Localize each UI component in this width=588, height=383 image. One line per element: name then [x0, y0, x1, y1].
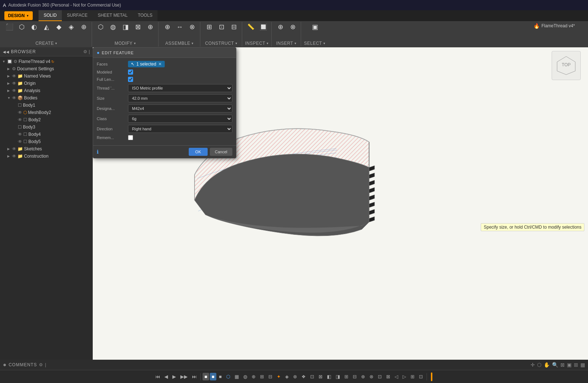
fulllength-checkbox[interactable] [128, 77, 133, 82]
modify-shell[interactable]: ⊠ [132, 23, 144, 31]
tab-tools[interactable]: TOOLS [133, 10, 157, 21]
timeline-feature-9[interactable]: ⊟ [267, 373, 274, 380]
create-rib[interactable]: ◈ [65, 23, 77, 31]
cancel-button[interactable]: Cancel [210, 148, 232, 156]
dialog-help-icon[interactable]: ℹ [97, 149, 99, 155]
tree-sketches[interactable]: ▶ 👁 📁 Sketches [0, 145, 93, 153]
faces-chip[interactable]: ↖ 1 selected ✕ [128, 61, 165, 67]
comments-collapse-icon[interactable]: | [45, 362, 47, 367]
design-dropdown[interactable]: DESIGN ▼ [4, 11, 33, 20]
tree-body5[interactable]: ▶ 👁 ☐ Body5 [0, 138, 93, 145]
timeline-end[interactable]: ⏭ [190, 373, 199, 380]
timeline-feature-14[interactable]: ⊡ [308, 373, 316, 380]
modify-fillet[interactable]: ◍ [107, 23, 119, 31]
statusbar-pan-icon[interactable]: ✋ [544, 362, 550, 368]
browser-collapse-icon[interactable]: | [89, 49, 90, 54]
create-more[interactable]: ⊕ [78, 23, 89, 31]
timeline-prev[interactable]: ◀ [163, 373, 170, 380]
modify-press-pull[interactable]: ⬡ [95, 23, 107, 31]
statusbar-zoom-icon[interactable]: 🔍 [552, 362, 558, 368]
timeline-feature-15[interactable]: ⊠ [317, 373, 324, 380]
construct-offset-plane[interactable]: ⊞ [203, 23, 215, 31]
nav-cube[interactable]: TOP [552, 51, 581, 80]
assemble-joint[interactable]: ↔ [174, 23, 185, 31]
tree-named-views[interactable]: ▶ 👁 📁 Named Views [0, 72, 93, 80]
tree-root[interactable]: ▼ 🔲 ⚙ FlameThread v4 ↻ [0, 58, 93, 65]
tree-analysis[interactable]: ▶ 👁 📁 Analysis [0, 87, 93, 94]
timeline-feature-24[interactable]: ◁ [393, 373, 400, 380]
statusbar-display-icon[interactable]: ▣ [567, 362, 572, 368]
create-sweep[interactable]: ◭ [41, 23, 52, 31]
timeline-feature-7[interactable]: ⊕ [250, 373, 257, 380]
insert-insert[interactable]: ⊕ [275, 23, 286, 31]
assemble-rigid[interactable]: ⊗ [186, 23, 198, 31]
designation-select[interactable]: M42x4 [128, 104, 232, 112]
construct-axis[interactable]: ⊟ [228, 23, 240, 31]
timeline-start[interactable]: ⏮ [153, 373, 162, 380]
construct-tangent-plane[interactable]: ⊡ [216, 23, 227, 31]
timeline-feature-1[interactable]: ■ [203, 373, 209, 380]
timeline-feature-10[interactable]: ✦ [275, 373, 283, 380]
timeline-feature-12[interactable]: ⊗ [291, 373, 299, 380]
create-loft[interactable]: ◆ [53, 23, 65, 31]
timeline-feature-19[interactable]: ⊟ [351, 373, 359, 380]
timeline-feature-27[interactable]: ⊡ [417, 373, 425, 380]
select-tool[interactable]: ▣ [309, 23, 321, 31]
timeline-feature-17[interactable]: ◨ [334, 373, 342, 380]
chip-close-icon[interactable]: ✕ [158, 62, 162, 67]
direction-select[interactable]: Right hand [128, 125, 232, 133]
timeline-feature-5[interactable]: ▦ [233, 373, 241, 380]
create-extrude[interactable]: ⬡ [16, 23, 28, 31]
timeline-play[interactable]: ▶ [171, 373, 178, 380]
threadtype-select[interactable]: ISO Metric profile [128, 84, 232, 92]
statusbar-move-icon[interactable]: ✛ [531, 362, 535, 368]
modeled-checkbox[interactable] [128, 70, 133, 75]
assemble-new[interactable]: ⊕ [161, 23, 173, 31]
timeline-feature-18[interactable]: ⊞ [343, 373, 350, 380]
timeline-feature-2[interactable]: ■ [210, 373, 216, 380]
tab-sheetmetal[interactable]: SHEET METAL [93, 10, 133, 21]
create-new-component[interactable]: ⬛ [4, 23, 15, 31]
statusbar-more-icon[interactable]: ▦ [580, 362, 585, 368]
remember-checkbox[interactable] [128, 135, 133, 140]
comments-settings-icon[interactable]: ⚙ [39, 362, 43, 367]
tree-meshbody2[interactable]: ▶ 👁 ⬡ MeshBody2 [0, 109, 93, 116]
timeline-feature-8[interactable]: ⊞ [258, 373, 266, 380]
viewport[interactable]: ● EDIT FEATURE Faces ↖ 1 selected ✕ Mode… [93, 47, 588, 360]
browser-settings-icon[interactable]: ⚙ [83, 49, 87, 54]
timeline-feature-13[interactable]: ❖ [300, 373, 308, 380]
size-select[interactable]: 42.0 mm [128, 94, 232, 102]
tab-solid[interactable]: SOLID [39, 10, 62, 21]
insert-decal[interactable]: ⊗ [287, 23, 299, 31]
timeline-feature-25[interactable]: ▷ [401, 373, 408, 380]
timeline-feature-11[interactable]: ◈ [283, 373, 291, 380]
timeline-feature-3[interactable]: ■ [217, 373, 224, 380]
ok-button[interactable]: OK [189, 148, 208, 156]
timeline-feature-22[interactable]: ⊡ [376, 373, 384, 380]
tree-document-settings[interactable]: ▶ ⚙ Document Settings [0, 65, 93, 72]
timeline-feature-23[interactable]: ⊠ [384, 373, 392, 380]
tree-bodies[interactable]: ▼ 👁 📦 Bodies [0, 94, 93, 102]
timeline-feature-4[interactable]: ⬡ [224, 373, 232, 380]
tab-surface[interactable]: SURFACE [62, 10, 93, 21]
timeline-feature-21[interactable]: ⊗ [368, 373, 375, 380]
class-select[interactable]: 6g [128, 115, 232, 123]
tree-construction[interactable]: ▶ 👁 📁 Construction [0, 153, 93, 160]
tree-body3[interactable]: ▶ ☐ Body3 [0, 123, 93, 131]
timeline-feature-26[interactable]: ⊞ [409, 373, 416, 380]
tree-body4[interactable]: ▶ 👁 ☐ Body4 [0, 131, 93, 138]
modify-chamfer[interactable]: ◨ [120, 23, 131, 31]
create-revolve[interactable]: ◐ [28, 23, 40, 31]
comments-plus-icon[interactable]: ● [3, 362, 7, 368]
timeline-feature-16[interactable]: ◧ [325, 373, 333, 380]
modify-scale[interactable]: ⊕ [144, 23, 156, 31]
timeline-next[interactable]: ▶▶ [179, 373, 189, 380]
tree-origin[interactable]: ▶ 👁 📁 Origin [0, 80, 93, 87]
inspect-measure[interactable]: 📏 [245, 23, 257, 31]
tree-body2[interactable]: ▶ 👁 ☐ Body2 [0, 116, 93, 123]
tree-body1[interactable]: ▶ ☐ Body1 [0, 102, 93, 109]
inspect-section[interactable]: 🔲 [257, 23, 269, 31]
statusbar-zoom-extents-icon[interactable]: ⊠ [560, 362, 565, 368]
statusbar-orbit-icon[interactable]: ⬡ [537, 362, 541, 368]
timeline-feature-20[interactable]: ⊕ [359, 373, 367, 380]
